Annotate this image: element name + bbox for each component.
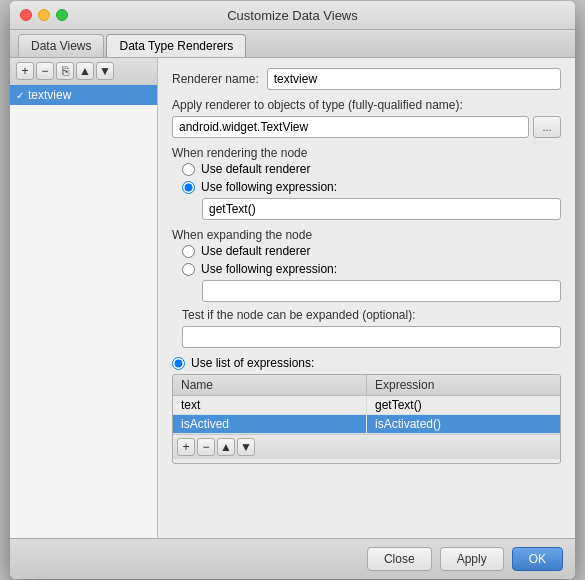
apply-button[interactable]: Apply bbox=[440, 547, 504, 571]
minimize-traffic-light[interactable] bbox=[38, 9, 50, 21]
expanding-expression-row: Use following expression: bbox=[182, 262, 561, 276]
apply-type-row: ... bbox=[172, 116, 561, 138]
ok-button[interactable]: OK bbox=[512, 547, 563, 571]
table-up-button[interactable]: ▲ bbox=[217, 438, 235, 456]
expanding-default-radio[interactable] bbox=[182, 245, 195, 258]
apply-to-section: Apply renderer to objects of type (fully… bbox=[172, 98, 561, 138]
renderer-name-label: Renderer name: bbox=[172, 72, 259, 86]
table-row[interactable]: isActived isActivated() bbox=[173, 415, 560, 434]
use-list-radio[interactable] bbox=[172, 357, 185, 370]
tab-data-views[interactable]: Data Views bbox=[18, 34, 104, 57]
table-toolbar: + − ▲ ▼ bbox=[173, 434, 560, 459]
expanding-expression-radio[interactable] bbox=[182, 263, 195, 276]
rendering-default-radio[interactable] bbox=[182, 163, 195, 176]
sidebar-up-button[interactable]: ▲ bbox=[76, 62, 94, 80]
apply-to-label: Apply renderer to objects of type (fully… bbox=[172, 98, 561, 112]
table-cell-name: isActived bbox=[173, 415, 367, 434]
tabs-bar: Data Views Data Type Renderers bbox=[10, 30, 575, 58]
rendering-expression-input[interactable] bbox=[202, 198, 561, 220]
browse-button[interactable]: ... bbox=[533, 116, 561, 138]
sidebar-add-button[interactable]: + bbox=[16, 62, 34, 80]
table-down-button[interactable]: ▼ bbox=[237, 438, 255, 456]
sidebar-down-button[interactable]: ▼ bbox=[96, 62, 114, 80]
table-add-button[interactable]: + bbox=[177, 438, 195, 456]
window-title: Customize Data Views bbox=[227, 8, 358, 23]
rendering-expression-row: Use following expression: bbox=[182, 180, 561, 194]
table-cell-expression: isActivated() bbox=[367, 415, 561, 434]
footer: Close Apply OK bbox=[10, 538, 575, 579]
rendering-default-label: Use default renderer bbox=[201, 162, 310, 176]
test-expression-input[interactable] bbox=[182, 326, 561, 348]
close-button[interactable]: Close bbox=[367, 547, 432, 571]
sidebar: + − ⎘ ▲ ▼ ✓ textview bbox=[10, 58, 158, 538]
content-area: + − ⎘ ▲ ▼ ✓ textview Renderer name: bbox=[10, 58, 575, 538]
maximize-traffic-light[interactable] bbox=[56, 9, 68, 21]
check-icon: ✓ bbox=[16, 90, 24, 101]
col-name-header: Name bbox=[173, 375, 367, 396]
table-row[interactable]: text getText() bbox=[173, 396, 560, 415]
expressions-list-section: Use list of expressions: Name Expression bbox=[172, 356, 561, 464]
sidebar-item-label: textview bbox=[28, 88, 71, 102]
table-cell-name: text bbox=[173, 396, 367, 415]
sidebar-copy-button[interactable]: ⎘ bbox=[56, 62, 74, 80]
sidebar-remove-button[interactable]: − bbox=[36, 62, 54, 80]
main-panel: Renderer name: Apply renderer to objects… bbox=[158, 58, 575, 538]
expanding-default-row: Use default renderer bbox=[182, 244, 561, 258]
test-label: Test if the node can be expanded (option… bbox=[182, 308, 561, 322]
rendering-default-row: Use default renderer bbox=[182, 162, 561, 176]
sidebar-list: ✓ textview bbox=[10, 85, 157, 538]
expanding-radio-group: Use default renderer Use following expre… bbox=[172, 244, 561, 302]
sidebar-item-textview[interactable]: ✓ textview bbox=[10, 85, 157, 105]
expanding-expression-label: Use following expression: bbox=[201, 262, 337, 276]
table-header-row: Name Expression bbox=[173, 375, 560, 396]
when-expanding-label: When expanding the node bbox=[172, 228, 561, 242]
when-rendering-section: When rendering the node Use default rend… bbox=[172, 146, 561, 220]
expressions-table-container: Name Expression text getText() isActived bbox=[172, 374, 561, 464]
when-expanding-section: When expanding the node Use default rend… bbox=[172, 228, 561, 348]
table-remove-button[interactable]: − bbox=[197, 438, 215, 456]
rendering-expression-radio[interactable] bbox=[182, 181, 195, 194]
expanding-expression-input[interactable] bbox=[202, 280, 561, 302]
traffic-lights bbox=[20, 9, 68, 21]
table-cell-expression: getText() bbox=[367, 396, 561, 415]
rendering-radio-group: Use default renderer Use following expre… bbox=[172, 162, 561, 220]
col-expression-header: Expression bbox=[367, 375, 561, 396]
expressions-table: Name Expression text getText() isActived bbox=[173, 375, 560, 434]
when-rendering-label: When rendering the node bbox=[172, 146, 561, 160]
renderer-name-input[interactable] bbox=[267, 68, 561, 90]
titlebar: Customize Data Views bbox=[10, 1, 575, 30]
close-traffic-light[interactable] bbox=[20, 9, 32, 21]
tab-data-type-renderers[interactable]: Data Type Renderers bbox=[106, 34, 246, 57]
main-window: Customize Data Views Data Views Data Typ… bbox=[10, 1, 575, 579]
expanding-default-label: Use default renderer bbox=[201, 244, 310, 258]
rendering-expression-label: Use following expression: bbox=[201, 180, 337, 194]
use-list-row: Use list of expressions: bbox=[172, 356, 561, 370]
renderer-name-row: Renderer name: bbox=[172, 68, 561, 90]
sidebar-toolbar: + − ⎘ ▲ ▼ bbox=[10, 58, 157, 85]
apply-type-input[interactable] bbox=[172, 116, 529, 138]
use-list-label: Use list of expressions: bbox=[191, 356, 314, 370]
